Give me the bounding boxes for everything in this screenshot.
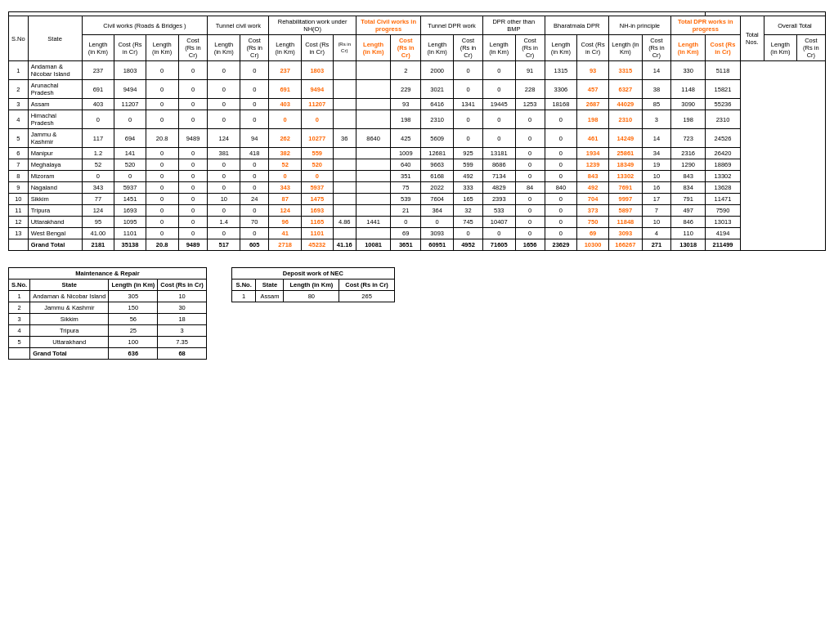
row-val: 533 — [482, 205, 515, 217]
row-val: 2310 — [706, 110, 740, 129]
row-val: 44029 — [608, 99, 642, 110]
row-val — [333, 99, 356, 110]
row-val: 1341 — [454, 99, 483, 110]
tdprw-len-header: Length (in Km) — [670, 35, 705, 61]
row-val: 403 — [82, 99, 114, 110]
row-val: 0 — [208, 110, 240, 129]
maint-row: 4Tripura253 — [9, 325, 207, 337]
row-val: 41.00 — [82, 228, 114, 239]
row-val: 124 — [82, 205, 114, 217]
row-val: 0 — [545, 148, 577, 159]
row-val — [333, 182, 356, 194]
row-val: 1148 — [670, 80, 705, 99]
row-val — [356, 110, 390, 129]
row-val: 2310 — [421, 110, 454, 129]
row-val: 1253 — [515, 99, 545, 110]
row-val: 0 — [269, 110, 302, 129]
row-val: 0 — [178, 61, 208, 80]
row-val: 0 — [146, 159, 178, 171]
row-val: 7 — [642, 205, 670, 217]
total-nos-header: Total Nos. — [740, 16, 764, 61]
row-val: 7691 — [608, 182, 642, 194]
reh-extra: (Rs in Cr) — [333, 35, 356, 61]
row-val: 41.16 — [333, 239, 356, 251]
row-val: 11471 — [706, 194, 740, 205]
row-val: 0 — [178, 110, 208, 129]
maint-len-header: Length (in Km) — [109, 280, 158, 291]
row-sno: 2 — [9, 80, 29, 99]
row-val: 23629 — [545, 239, 577, 251]
row-val: 271 — [642, 239, 670, 251]
row-val: 0 — [482, 129, 515, 148]
nhp-cost-header: Cost (Rs in Cr) — [642, 35, 670, 61]
row-val: 0 — [82, 110, 114, 129]
row-val: 0 — [240, 205, 269, 217]
row-sno: 4 — [9, 110, 29, 129]
row-val: 0 — [178, 148, 208, 159]
row-val: 0 — [114, 171, 146, 182]
row-val — [333, 148, 356, 159]
row-val: 0 — [146, 182, 178, 194]
row-val: 0 — [302, 171, 334, 182]
row-sno: 9 — [9, 182, 29, 194]
row-val: 0 — [421, 217, 454, 228]
row-val: 6168 — [421, 171, 454, 182]
row-val: 0 — [545, 205, 577, 217]
row-val: 229 — [391, 80, 421, 99]
maintenance-table-wrap: Maintenance & Repair S.No. State Length … — [8, 267, 207, 360]
row-val: 14 — [642, 61, 670, 80]
row-val — [333, 159, 356, 171]
row-val: 3090 — [670, 99, 705, 110]
row-val: 3021 — [421, 80, 454, 99]
row-val: 5897 — [608, 205, 642, 217]
row-val: 41 — [269, 228, 302, 239]
dep-len-header: Length (in Km) — [284, 280, 339, 291]
row-val: 8686 — [482, 159, 515, 171]
row-val: 9494 — [114, 80, 146, 99]
row-val: 91 — [515, 61, 545, 80]
row-val: 1693 — [114, 205, 146, 217]
row-val: 24526 — [706, 129, 740, 148]
reh-cost-header: Cost (Rs in Cr) — [302, 35, 334, 61]
row-val: 69 — [577, 228, 609, 239]
row-val: 0 — [178, 99, 208, 110]
maint-grand-total: Grand Total63668 — [9, 348, 207, 360]
row-val: 0 — [515, 148, 545, 159]
row-sno: 6 — [9, 148, 29, 159]
row-val: 32 — [454, 205, 483, 217]
row-val: 0 — [545, 228, 577, 239]
row-val: 0 — [240, 159, 269, 171]
sno-header: S.No — [9, 16, 29, 61]
row-val: 640 — [391, 159, 421, 171]
row-val: 0 — [240, 99, 269, 110]
nh-principle-header: NH-in principle — [608, 16, 670, 35]
row-val: 198 — [577, 110, 609, 129]
row-val: 1101 — [114, 228, 146, 239]
row-val: 0 — [545, 159, 577, 171]
deposit-cell-state: Assam — [256, 291, 284, 302]
row-val: 461 — [577, 129, 609, 148]
row-val — [333, 228, 356, 239]
row-val: 4829 — [482, 182, 515, 194]
maint-cell-length: 25 — [109, 325, 158, 337]
row-val: 0 — [482, 80, 515, 99]
row-val — [356, 159, 390, 171]
row-val: 10 — [642, 217, 670, 228]
maint-row: 5Uttarakhand1007.35 — [9, 337, 207, 348]
row-val: 0 — [146, 205, 178, 217]
row-val: 0 — [269, 171, 302, 182]
row-val: 750 — [577, 217, 609, 228]
row-val: 52 — [269, 159, 302, 171]
row-val: 559 — [302, 148, 334, 159]
row-val: 0 — [545, 110, 577, 129]
maint-grand-cell: 636 — [109, 348, 158, 360]
maint-cell-length: 56 — [109, 314, 158, 325]
row-val: 0 — [178, 228, 208, 239]
row-val: 0 — [391, 217, 421, 228]
bha-cost-header: Cost (Rs in Cr) — [577, 35, 609, 61]
maint-grand-cell: Grand Total — [30, 348, 109, 360]
row-sno: 5 — [9, 129, 29, 148]
dep-state-header: State — [256, 280, 284, 291]
row-val: 2000 — [421, 61, 454, 80]
row-val: 7604 — [421, 194, 454, 205]
